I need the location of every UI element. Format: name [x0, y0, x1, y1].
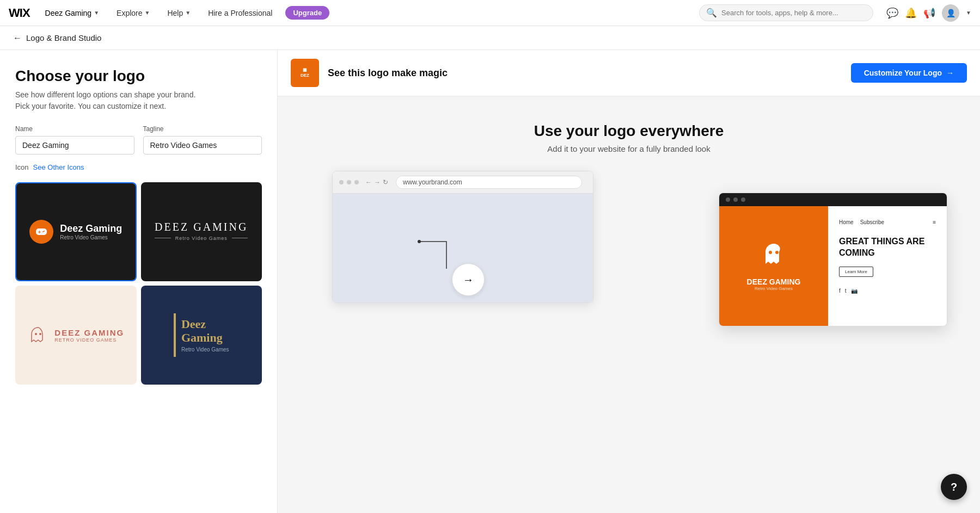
- social-icons: f t 📷: [839, 288, 936, 294]
- logo-preview-thumb: ▦DEZ: [291, 59, 319, 87]
- svg-point-1: [39, 333, 41, 335]
- site-name-dropdown[interactable]: Deez Gaming ▼: [41, 7, 104, 20]
- card4-text: DeezGaming Retro Video Games: [181, 318, 229, 352]
- site-name-label: Deez Gaming: [45, 9, 92, 17]
- card1-text: Deez Gaming Retro Video Games: [60, 223, 122, 240]
- arrow-circle: →: [452, 263, 485, 296]
- explore-label: Explore: [117, 9, 142, 17]
- left-panel: Choose your logo See how different logo …: [0, 50, 278, 513]
- avatar[interactable]: 👤: [942, 4, 959, 22]
- browser-url-bar: www.yourbrand.com: [396, 176, 582, 189]
- website-dot-2: [733, 197, 738, 202]
- avatar-icon: 👤: [946, 9, 955, 17]
- logo-grid: Deez Gaming Retro Video Games Deez Gamin…: [15, 182, 262, 385]
- help-menu[interactable]: Help ▼: [163, 7, 195, 20]
- name-input[interactable]: [15, 136, 134, 154]
- megaphone-icon[interactable]: 📢: [923, 7, 935, 19]
- mockup-container: ← → ↻ www.yourbrand.com →: [278, 171, 980, 399]
- back-button[interactable]: ←: [13, 33, 22, 43]
- see-other-icons-link[interactable]: See Other Icons: [33, 163, 84, 171]
- card1-icon: [29, 220, 53, 244]
- card4-name: DeezGaming: [181, 318, 229, 344]
- tagline-label: Tagline: [143, 125, 262, 133]
- connector-line: [408, 231, 452, 274]
- logo-card-2[interactable]: Deez Gaming Retro Video Games: [141, 182, 262, 281]
- logo-banner: ▦DEZ See this logo make magic Customize …: [278, 50, 980, 96]
- use-logo-subtitle: Add it to your website for a fully brand…: [278, 144, 980, 153]
- twitter-icon: t: [845, 288, 847, 294]
- hamburger-icon: ≡: [933, 219, 936, 225]
- chat-icon[interactable]: 💬: [886, 7, 898, 19]
- explore-menu[interactable]: Explore ▼: [112, 7, 154, 20]
- card2-name: Deez Gaming: [155, 221, 248, 233]
- card3-name: DEEZ GAMING: [54, 328, 124, 337]
- website-nav-links: Home Subscribe: [839, 219, 884, 225]
- search-icon: 🔍: [706, 8, 717, 18]
- logo-card-3[interactable]: DEEZ GAMING Retro Video Games: [15, 286, 137, 385]
- gamepad-icon: [35, 225, 48, 238]
- website-nav: Home Subscribe ≡: [839, 219, 936, 225]
- name-label: Name: [15, 125, 134, 133]
- page-heading: Choose your logo: [15, 67, 262, 85]
- website-body: DEEZ GAMING Retro Video Games Home Subsc…: [719, 206, 947, 326]
- upgrade-button[interactable]: Upgrade: [285, 6, 329, 20]
- browser-dot-2: [347, 180, 351, 184]
- browser-dot-1: [339, 180, 344, 184]
- wix-logo: WIX: [9, 6, 30, 20]
- hire-professional-link[interactable]: Hire a Professional: [204, 7, 277, 20]
- logo-card-1-inner: Deez Gaming Retro Video Games: [16, 183, 136, 280]
- card1-tagline: Retro Video Games: [60, 234, 122, 240]
- website-sidebar: DEEZ GAMING Retro Video Games: [719, 206, 828, 326]
- svg-point-3: [769, 251, 772, 254]
- banner-text: See this logo make magic: [328, 67, 842, 79]
- card1-name: Deez Gaming: [60, 223, 122, 234]
- logo-card-1[interactable]: Deez Gaming Retro Video Games: [15, 182, 137, 281]
- website-dot-3: [741, 197, 745, 202]
- browser-dot-3: [354, 180, 359, 184]
- form-row: Name Tagline: [15, 125, 262, 154]
- logo-card-4[interactable]: DeezGaming Retro Video Games: [141, 286, 262, 385]
- icon-row: Icon See Other Icons: [15, 163, 262, 171]
- card2-divider-row: Retro Video Games: [155, 236, 248, 241]
- card3-icon: [27, 324, 49, 346]
- breadcrumb-bar: ← Logo & Brand Studio: [0, 26, 980, 50]
- card2-right-divider: [232, 238, 248, 238]
- customize-logo-button[interactable]: Customize Your Logo →: [851, 63, 967, 83]
- facebook-icon: f: [839, 288, 841, 294]
- topnav: WIX Deez Gaming ▼ Explore ▼ Help ▼ Hire …: [0, 0, 980, 26]
- icon-label: Icon: [15, 163, 29, 171]
- website-content: Home Subscribe ≡ GREAT THINGS ARE COMING…: [828, 206, 947, 326]
- right-panel: ▦DEZ See this logo make magic Customize …: [278, 50, 980, 513]
- chevron-down-icon: ▼: [94, 10, 99, 16]
- learn-more-button[interactable]: Learn More: [839, 267, 873, 277]
- main-content: Choose your logo See how different logo …: [0, 50, 980, 513]
- hire-label: Hire a Professional: [208, 9, 272, 17]
- page-subtitle: See how different logo options can shape…: [15, 89, 262, 112]
- help-button[interactable]: ?: [941, 474, 967, 500]
- search-input[interactable]: [721, 9, 866, 17]
- notification-icon[interactable]: 🔔: [905, 7, 917, 19]
- browser-toolbar: ← → ↻ www.yourbrand.com: [333, 171, 593, 194]
- refresh-icon: ↻: [383, 178, 388, 186]
- nav-icons: 💬 🔔 📢 👤 ▼: [886, 4, 971, 22]
- card1-content: Deez Gaming Retro Video Games: [29, 220, 122, 244]
- forward-nav-icon: →: [374, 178, 381, 186]
- search-bar[interactable]: 🔍: [699, 4, 873, 21]
- website-ghost-icon: [760, 241, 787, 273]
- thumb-text: ▦DEZ: [301, 67, 309, 78]
- breadcrumb-title: Logo & Brand Studio: [26, 33, 101, 42]
- svg-point-0: [35, 333, 37, 335]
- use-logo-section: Use your logo everywhere Add it to your …: [278, 96, 980, 171]
- website-logo-text: DEEZ GAMING: [747, 277, 801, 286]
- back-nav-icon: ←: [365, 178, 372, 186]
- card3-ghost-icon: [28, 325, 48, 345]
- tagline-input[interactable]: [143, 136, 262, 154]
- card4-tagline: Retro Video Games: [181, 347, 229, 353]
- logo-card-3-inner: DEEZ GAMING Retro Video Games: [15, 286, 137, 385]
- logo-card-4-inner: DeezGaming Retro Video Games: [141, 286, 262, 385]
- website-mockup: DEEZ GAMING Retro Video Games Home Subsc…: [719, 193, 947, 326]
- card3-tagline: Retro Video Games: [54, 337, 124, 343]
- svg-point-4: [775, 251, 779, 254]
- card2-tagline: Retro Video Games: [175, 236, 228, 241]
- website-heading: GREAT THINGS ARE COMING: [839, 236, 936, 259]
